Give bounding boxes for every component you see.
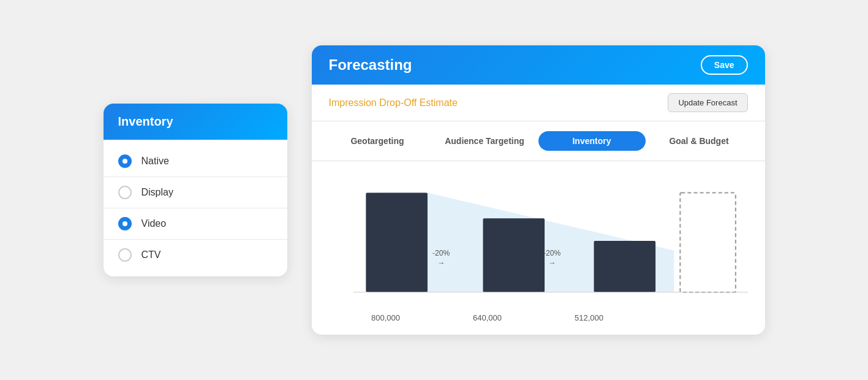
save-button[interactable]: Save: [701, 55, 748, 75]
step-tabs: Geotargeting Audience Targeting Inventor…: [312, 121, 765, 161]
forecast-chart: -20% → -20% →: [329, 173, 748, 308]
inventory-header: Inventory: [104, 104, 287, 140]
radio-video[interactable]: [118, 217, 132, 230]
radio-display[interactable]: [118, 186, 132, 199]
radio-native[interactable]: [118, 154, 132, 168]
chart-area: -20% → -20% → 800,000 640,000 512,000: [312, 161, 765, 335]
inventory-title: Inventory: [118, 115, 173, 128]
tab-goal-budget[interactable]: Goal & Budget: [646, 131, 753, 151]
inventory-item-display-label: Display: [142, 187, 173, 198]
tab-audience-targeting[interactable]: Audience Targeting: [431, 131, 538, 151]
tab-geotargeting[interactable]: Geotargeting: [324, 131, 431, 151]
inventory-item-ctv[interactable]: CTV: [104, 240, 287, 270]
bar-640k: [483, 218, 545, 292]
radio-ctv[interactable]: [118, 248, 132, 262]
chart-label-dashed: [640, 313, 742, 322]
update-forecast-button[interactable]: Update Forecast: [668, 93, 747, 112]
bar-800k: [366, 192, 428, 292]
dropoff-label-2: -20%: [543, 249, 560, 257]
inventory-item-native-label: Native: [142, 156, 169, 167]
inventory-item-ctv-label: CTV: [142, 249, 161, 260]
inventory-panel: Inventory Native Display Video CTV: [104, 104, 287, 276]
forecasting-panel: Forecasting Save Impression Drop-Off Est…: [312, 45, 765, 335]
forecast-title: Forecasting: [329, 56, 412, 74]
inventory-item-video-label: Video: [142, 218, 167, 229]
chart-label-800k: 800,000: [335, 313, 437, 322]
bar-512k: [594, 241, 655, 292]
inventory-item-native[interactable]: Native: [104, 146, 287, 177]
inventory-item-display[interactable]: Display: [104, 177, 287, 208]
impression-label: Impression Drop-Off Estimate: [329, 97, 458, 108]
forecast-subheader: Impression Drop-Off Estimate Update Fore…: [312, 85, 765, 121]
bar-dashed: [680, 192, 736, 292]
forecast-header: Forecasting Save: [312, 45, 765, 85]
dropoff-label-1: -20%: [432, 249, 449, 257]
chart-label-512k: 512,000: [538, 313, 640, 322]
chart-labels: 800,000 640,000 512,000: [329, 311, 748, 322]
inventory-items-list: Native Display Video CTV: [104, 140, 287, 276]
chart-label-640k: 640,000: [437, 313, 538, 322]
tab-inventory[interactable]: Inventory: [538, 131, 646, 151]
dropoff-arrow-2: →: [548, 259, 556, 267]
inventory-item-video[interactable]: Video: [104, 208, 287, 240]
dropoff-arrow-1: →: [437, 259, 445, 267]
